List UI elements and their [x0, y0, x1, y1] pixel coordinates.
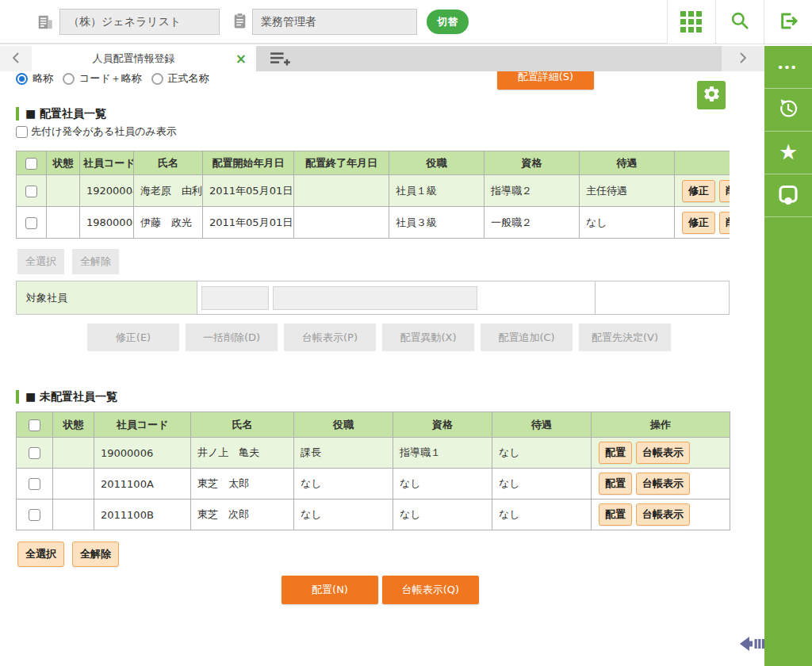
tray-button[interactable] — [764, 174, 812, 217]
primary-action-button[interactable]: 配置(N) — [282, 576, 378, 604]
table-row: 2011100B東芝 次郎なしなしなし配置台帳表示 — [17, 500, 730, 530]
filter-checkbox[interactable] — [16, 126, 28, 138]
cell-treatment: なし — [492, 500, 592, 530]
company-input[interactable] — [59, 9, 220, 35]
column-header: 配置開始年月日 — [203, 151, 294, 175]
add-tab-icon — [268, 58, 292, 70]
placement-detail-button[interactable]: 配置詳細(S) — [497, 71, 594, 90]
radio-label: 正式名称 — [168, 71, 209, 86]
row-action-button[interactable]: 削除 — [719, 180, 730, 202]
logout-button[interactable] — [765, 0, 811, 44]
deselect-all-button[interactable]: 全解除 — [72, 542, 119, 567]
cell-treatment: 主任待遇 — [580, 175, 675, 207]
search-icon — [730, 10, 750, 33]
cell-actions: 修正削除 — [675, 207, 730, 239]
target-employee-name-input — [273, 286, 477, 310]
row-checkbox[interactable] — [25, 186, 37, 197]
row-action-button[interactable]: 修正 — [682, 180, 715, 202]
cell-actions: 配置台帳表示 — [592, 438, 730, 469]
header-checkbox[interactable] — [25, 158, 37, 170]
tab-scroll-left-button[interactable] — [0, 46, 32, 71]
cell-status — [53, 469, 94, 500]
row-action-button[interactable]: 台帳表示 — [636, 503, 690, 526]
row-action-button[interactable]: 台帳表示 — [636, 473, 690, 495]
tray-icon — [776, 182, 800, 209]
cell-start: 2011年05月01日 — [203, 207, 294, 239]
cell-end — [294, 175, 389, 207]
switch-button[interactable]: 切替 — [427, 10, 469, 34]
search-button[interactable] — [717, 0, 763, 44]
table-row: 19200004海老原 由利2011年05月01日社員１級指導職２主任待遇修正削… — [17, 175, 730, 207]
primary-action-button[interactable]: 台帳表示(Q) — [382, 576, 479, 604]
row-action-button[interactable]: 修正 — [682, 212, 715, 234]
row-action-button[interactable]: 配置 — [599, 442, 632, 464]
gear-icon — [703, 85, 721, 105]
cell-qualification: 指導職２ — [485, 175, 580, 207]
filter-checkbox-row[interactable]: 先付け発令がある社員のみ表示 — [16, 124, 177, 139]
row-action-button[interactable]: 配置 — [599, 473, 632, 495]
cell-code: 2011100B — [94, 500, 191, 530]
display-format-radio-group: 略称コード＋略称正式名称 — [16, 71, 209, 86]
target-employee-fields — [197, 281, 596, 314]
row-checkbox[interactable] — [29, 478, 40, 490]
cell-position: 社員１級 — [389, 175, 485, 207]
cell-start: 2011年05月01日 — [203, 175, 294, 207]
target-employee-code-input — [201, 286, 269, 310]
cell-position: なし — [294, 500, 393, 530]
ellipsis-icon: ••• — [779, 60, 799, 74]
select-all-button[interactable]: 全選択 — [17, 542, 64, 567]
radio-icon[interactable] — [151, 73, 163, 85]
cell-position: 課長 — [294, 438, 393, 469]
table-row: 19800006伊藤 政光2011年05月01日社員３級一般職２なし修正削除 — [17, 207, 730, 239]
tab-close-icon[interactable]: × — [236, 52, 247, 66]
row-action-button[interactable]: 削除 — [719, 212, 730, 234]
bulk-action-button: 配置追加(C) — [481, 323, 573, 351]
radio-option[interactable]: 略称 — [16, 71, 53, 86]
topbar-divider — [764, 0, 764, 44]
tab-active[interactable]: 人員配置情報登録 × — [32, 46, 256, 71]
row-action-button[interactable]: 台帳表示 — [636, 442, 690, 464]
target-employee-box: 対象社員 — [16, 281, 730, 315]
chevron-right-icon — [739, 52, 747, 67]
header-checkbox[interactable] — [29, 419, 40, 431]
radio-option[interactable]: 正式名称 — [151, 71, 209, 86]
row-checkbox[interactable] — [25, 217, 37, 229]
cell-actions: 修正削除 — [675, 175, 730, 207]
filter-checkbox-label: 先付け発令がある社員のみ表示 — [31, 124, 177, 139]
settings-button[interactable] — [697, 81, 726, 109]
cell-position: なし — [294, 469, 393, 500]
row-checkbox[interactable] — [29, 509, 40, 521]
row-action-button[interactable]: 配置 — [599, 503, 632, 526]
column-header: 役職 — [389, 151, 485, 175]
more-menu-button[interactable]: ••• — [764, 46, 812, 89]
cell-name: 伊藤 政光 — [134, 207, 203, 239]
tab-scroll-right-button[interactable] — [722, 46, 764, 71]
placed-actions-row: 修正(E)一括削除(D)台帳表示(P)配置異動(X)配置追加(C)配置先決定(V… — [87, 323, 671, 351]
cell-status — [47, 207, 80, 239]
column-header: 操作 — [592, 412, 730, 438]
cell-code: 19200004 — [80, 175, 134, 207]
cell-status — [47, 175, 80, 207]
cell-treatment: なし — [492, 438, 592, 469]
bulk-action-button: 台帳表示(P) — [284, 323, 376, 351]
history-button[interactable] — [764, 89, 812, 132]
new-tab-button[interactable] — [268, 50, 292, 70]
right-sidebar: ••• ★ — [764, 46, 812, 666]
cell-position: 社員３級 — [389, 207, 485, 239]
radio-icon[interactable] — [16, 73, 28, 85]
collapse-panel-arrow-button[interactable] — [739, 633, 764, 657]
placed-section-title: ■ 配置社員一覧 — [16, 107, 106, 121]
grid-icon — [680, 11, 702, 33]
unplaced-select-buttons: 全選択 全解除 — [17, 542, 119, 567]
column-header: 操作 — [675, 151, 730, 175]
cell-qualification: なし — [393, 500, 492, 530]
apps-menu-button[interactable] — [668, 0, 714, 44]
logout-icon — [778, 10, 799, 34]
role-input[interactable] — [252, 9, 417, 35]
radio-option[interactable]: コード＋略称 — [63, 71, 142, 86]
radio-icon[interactable] — [63, 73, 75, 85]
row-checkbox[interactable] — [29, 447, 40, 459]
favorites-button[interactable]: ★ — [764, 132, 812, 174]
star-icon: ★ — [779, 142, 798, 163]
cell-status — [53, 438, 94, 469]
